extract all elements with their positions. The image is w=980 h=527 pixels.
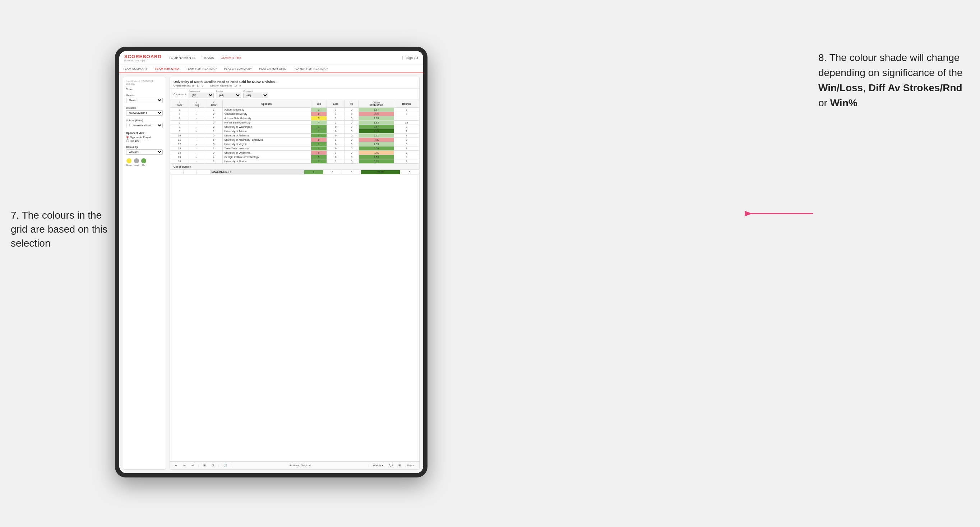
sign-out-link[interactable]: Sign out xyxy=(402,56,418,60)
tab-team-summary[interactable]: TEAM SUMMARY xyxy=(119,65,151,73)
cell-reg: - xyxy=(189,121,205,125)
nav-tournaments[interactable]: TOURNAMENTS xyxy=(169,56,196,60)
radio-opponents-played[interactable]: Opponents Played xyxy=(126,136,163,138)
cell-conf: 2 xyxy=(205,125,223,129)
cell-conf: 5 xyxy=(205,133,223,138)
cell-rank: 2 xyxy=(170,108,189,112)
cell-rounds: 9 xyxy=(394,108,419,112)
cell-opponent: University of Arkansas, Fayetteville xyxy=(223,138,311,142)
cell-win: 1 xyxy=(311,129,327,133)
cell-loss: 1 xyxy=(326,116,345,121)
tab-team-h2h-grid[interactable]: TEAM H2H GRID xyxy=(151,65,183,73)
cell-tie: 0 xyxy=(345,121,358,125)
cell-win: 2 xyxy=(311,108,327,112)
toolbar-sep1: | xyxy=(198,464,199,467)
cell-loss: 1 xyxy=(326,151,345,155)
tab-player-summary[interactable]: PLAYER SUMMARY xyxy=(220,65,255,73)
filter-conference: Conference (All) xyxy=(189,90,214,98)
cell-conf: 1 xyxy=(205,116,223,121)
cell-reg: - xyxy=(189,116,205,121)
grid-subtitle: Overall Record: 89 - 17 - 0 Division Rec… xyxy=(173,84,416,87)
watch-button[interactable]: Watch ▾ xyxy=(371,463,385,468)
cell-tie: 0 xyxy=(345,129,358,133)
filter-region-select[interactable]: (All) xyxy=(216,93,241,98)
cell-conf: 2 xyxy=(205,112,223,116)
bottom-toolbar: ↩ ↪ ↩ | ⊞ ⊡ | 🕐 | 👁 View: Original | Wat… xyxy=(170,461,419,469)
cell-diff: 2.28 xyxy=(358,116,394,121)
filter-region-label: Region xyxy=(216,90,241,92)
grid-table-container: #Rank #Reg #Conf Opponent Win Loss Tie D… xyxy=(170,100,419,461)
filter-row: Opponents: Conference (All) Region (All) xyxy=(170,89,419,100)
cell-opponent: University of Washington xyxy=(223,125,311,129)
cell-win: 1 xyxy=(311,125,327,129)
cell-rank: 15 xyxy=(170,155,189,159)
tab-team-h2h-heatmap[interactable]: TEAM H2H HEATMAP xyxy=(183,65,221,73)
cell-diff: 9.00 xyxy=(358,129,394,133)
legend-level-circle xyxy=(134,158,139,163)
col-reg: #Reg xyxy=(189,100,205,108)
cell-tie: 0 xyxy=(345,155,358,159)
school-select[interactable]: 1. University of Nort... xyxy=(126,123,163,128)
grid-button[interactable]: ⊞ xyxy=(397,463,402,468)
table-row: 6 - 2 Florida State University 4 2 0 1.8… xyxy=(170,121,419,125)
share-button[interactable]: Share xyxy=(405,463,416,468)
cell-rounds: 9 xyxy=(394,159,419,164)
colour-by-select[interactable]: Win/loss xyxy=(126,149,163,155)
cell-rounds xyxy=(394,116,419,121)
clock-button[interactable]: 🕐 xyxy=(222,463,229,468)
logo-area: SCOREBOARD Powered by clippd xyxy=(124,54,162,62)
cell-win: 0 xyxy=(311,138,327,142)
filter-region: Region (All) xyxy=(216,90,241,98)
copy-button[interactable]: ⊞ xyxy=(202,463,207,468)
filter-opp-select[interactable]: (All) xyxy=(243,93,268,98)
radio-dot-top100 xyxy=(126,139,129,142)
cell-rounds: 8 xyxy=(394,133,419,138)
crop-button[interactable]: ⊡ xyxy=(210,463,216,468)
overall-record: Overall Record: 89 - 17 - 0 xyxy=(173,84,203,87)
ood-rank xyxy=(170,170,184,175)
legend-up-circle xyxy=(141,158,146,163)
redo-button[interactable]: ↪ xyxy=(182,463,187,468)
nav-committee[interactable]: COMMITTEE xyxy=(221,56,242,60)
cell-loss: 0 xyxy=(326,146,345,151)
cell-opponent: Arizona State University xyxy=(223,116,311,121)
cell-conf: 2 xyxy=(205,159,223,164)
cell-rounds: 3 xyxy=(394,138,419,142)
toolbar-sep4: | xyxy=(368,464,369,467)
cell-reg: - xyxy=(189,129,205,133)
cell-opponent: University of Florida xyxy=(223,159,311,164)
gender-select[interactable]: Men's xyxy=(126,98,163,103)
table-row: 8 - 2 University of Washington 1 0 0 3.6… xyxy=(170,125,419,129)
cell-win: 1 xyxy=(311,142,327,146)
last-updated: Last Updated: 27/03/2024 16:55:38 xyxy=(126,80,163,85)
cell-opponent: Auburn University xyxy=(223,108,311,112)
undo-button[interactable]: ↩ xyxy=(173,463,179,468)
cell-reg: - xyxy=(189,138,205,142)
tab-player-h2h-heatmap[interactable]: PLAYER H2H HEATMAP xyxy=(290,65,331,73)
annotation-left-text: 7. The colours in the grid are based on … xyxy=(11,210,107,249)
division-select[interactable]: NCAA Division I xyxy=(126,110,163,116)
radio-top100[interactable]: Top 100 xyxy=(126,139,163,142)
ood-diff: 26.00 xyxy=(361,170,400,175)
legend-up: Up xyxy=(141,158,146,166)
nav-teams[interactable]: TEAMS xyxy=(202,56,215,60)
cell-win: 0 xyxy=(311,112,327,116)
comment-button[interactable]: 💬 xyxy=(388,463,394,468)
cell-loss: 0 xyxy=(326,133,345,138)
cell-tie: 0 xyxy=(345,116,358,121)
cell-win: 4 xyxy=(311,121,327,125)
cell-rounds: 8 xyxy=(394,112,419,116)
filter-conf-select[interactable]: (All) xyxy=(189,93,214,98)
annotation-right: 8. The colour shade will change dependin… xyxy=(818,50,969,111)
cell-diff: 4.50 xyxy=(358,155,394,159)
cell-win: 5 xyxy=(311,155,327,159)
grid-title: University of North Carolina Head-to-Hea… xyxy=(173,80,416,84)
cell-reg: - xyxy=(189,159,205,164)
tab-player-h2h-grid[interactable]: PLAYER H2H GRID xyxy=(256,65,290,73)
arrow-right-icon xyxy=(745,205,816,222)
cell-opponent: Texas Tech University xyxy=(223,146,311,151)
history-button[interactable]: ↩ xyxy=(190,463,196,468)
cell-opponent: Florida State University xyxy=(223,121,311,125)
annotation-right-text2: , xyxy=(863,82,869,93)
cell-opponent: University of Oklahoma xyxy=(223,151,311,155)
